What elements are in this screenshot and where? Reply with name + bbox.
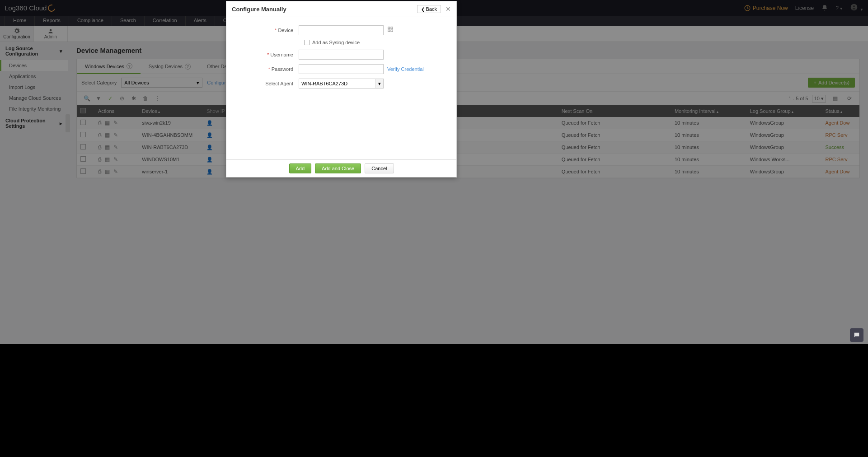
username-input[interactable] bbox=[299, 50, 384, 60]
device-input[interactable] bbox=[299, 25, 384, 35]
agent-select[interactable]: WIN-RABT6CA273D ▾ bbox=[299, 79, 384, 89]
add-close-button[interactable]: Add and Close bbox=[315, 163, 361, 173]
password-label: *Password bbox=[240, 66, 299, 72]
syslog-checkbox[interactable] bbox=[304, 40, 310, 45]
chevron-down-icon: ▾ bbox=[375, 79, 383, 88]
configure-manually-modal: Configure Manually ❮ Back ✕ *Device Add … bbox=[226, 1, 457, 177]
svg-rect-6 bbox=[388, 30, 390, 32]
syslog-label: Add as Syslog device bbox=[312, 40, 360, 45]
modal-header: Configure Manually ❮ Back ✕ bbox=[226, 1, 456, 17]
username-label: *Username bbox=[240, 52, 299, 57]
chat-button[interactable] bbox=[850, 328, 863, 342]
close-icon[interactable]: ✕ bbox=[446, 5, 451, 13]
device-picker-icon[interactable] bbox=[387, 26, 394, 34]
agent-label: Select Agent bbox=[240, 81, 299, 86]
chat-icon bbox=[853, 331, 860, 339]
modal-footer: Add Add and Close Cancel bbox=[226, 159, 456, 177]
chevron-left-icon: ❮ bbox=[421, 7, 425, 12]
cancel-button[interactable]: Cancel bbox=[365, 163, 394, 173]
app-window: Log360 Cloud Purchase Now License ?▼ ▼ H… bbox=[0, 0, 868, 344]
password-input[interactable] bbox=[299, 64, 384, 74]
back-label: Back bbox=[426, 6, 437, 12]
svg-rect-7 bbox=[391, 30, 393, 32]
back-button[interactable]: ❮ Back bbox=[417, 5, 441, 13]
svg-rect-4 bbox=[388, 27, 390, 29]
verify-credential-link[interactable]: Verify Credential bbox=[387, 66, 424, 72]
modal-body: *Device Add as Syslog device *Username *… bbox=[226, 17, 456, 159]
modal-title: Configure Manually bbox=[232, 6, 286, 13]
device-label: *Device bbox=[240, 28, 299, 33]
svg-rect-5 bbox=[391, 27, 393, 29]
agent-value: WIN-RABT6CA273D bbox=[301, 81, 347, 86]
add-button[interactable]: Add bbox=[289, 163, 312, 173]
